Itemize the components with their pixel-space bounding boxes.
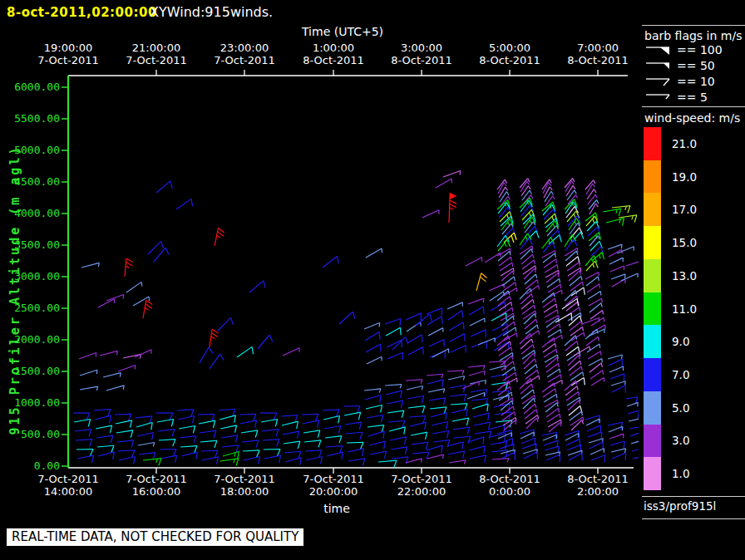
- wind-barb: [501, 356, 513, 366]
- y-axis-tick-label: 5500.00: [12, 112, 60, 125]
- wind-barb: [156, 181, 172, 193]
- wind-barb: [283, 431, 299, 439]
- wind-barb: [96, 435, 113, 443]
- legend-label: == 50: [677, 59, 715, 72]
- y-axis-tick-label: 2500.00: [12, 302, 60, 314]
- wind-barb: [436, 179, 451, 188]
- wind-barb: [302, 414, 318, 420]
- wind-barb: [612, 386, 625, 393]
- wind-barb: [448, 451, 465, 459]
- wind-barb: [106, 294, 124, 301]
- wind-barb: [343, 406, 360, 413]
- wind-barb: [443, 170, 461, 177]
- wind-barb: [243, 450, 259, 457]
- wind-barb: [450, 395, 466, 402]
- wind-barb: [406, 380, 422, 384]
- wind-barb: [589, 298, 602, 306]
- colorbar-swatch: [644, 160, 661, 194]
- wind-barb: [450, 334, 465, 341]
- wind-barb: [427, 374, 443, 378]
- wind-barb: [451, 346, 466, 353]
- wind-barb: [629, 419, 640, 423]
- colorbar-swatch: [644, 226, 661, 259]
- y-axis-tick-label: 0.00: [12, 459, 60, 472]
- wind-barb: [448, 311, 463, 320]
- wind-barb: [378, 460, 397, 467]
- wind-barb: [590, 449, 604, 454]
- wind-barb: [387, 352, 402, 360]
- wind-barb: [348, 449, 364, 456]
- wind-barb: [565, 251, 578, 261]
- wind-barb: [626, 260, 644, 266]
- wind-barb: [390, 437, 407, 445]
- colorbar-label: 13.0: [672, 269, 697, 282]
- wind-barb: [546, 273, 559, 282]
- wind-barb: [407, 386, 422, 391]
- plot-title: XYWind:915winds.: [150, 4, 273, 20]
- wind-barb: [325, 436, 342, 444]
- colorbar-entry: 19.0: [644, 160, 743, 194]
- wind-barb: [368, 431, 384, 439]
- wind-barb: [386, 327, 401, 336]
- wind-barb: [367, 415, 383, 423]
- wind-barb: [198, 415, 215, 421]
- wind-barb: [590, 204, 598, 214]
- wind-barb: [521, 254, 534, 264]
- wind-barb: [220, 425, 237, 433]
- wind-barb: [407, 335, 422, 343]
- wind-barb: [447, 302, 462, 309]
- colorbar-label: 3.0: [672, 434, 689, 447]
- wind-barb: [542, 338, 555, 347]
- wind-barb: [223, 451, 239, 459]
- bottom-axis-tick-label: 8-Oct-20110:00:00: [464, 473, 555, 498]
- wind-barb: [116, 420, 132, 428]
- wind-barb: [569, 361, 581, 371]
- half-barb-5-icon: [644, 90, 673, 104]
- wind-barb: [521, 238, 532, 249]
- wind-barb: [492, 459, 509, 463]
- y-axis-tick-label: 3500.00: [12, 238, 60, 251]
- wind-barb: [545, 357, 558, 367]
- colorbar-entry: 13.0: [644, 259, 743, 292]
- wind-barb: [427, 317, 442, 325]
- wind-barb: [627, 402, 638, 406]
- colorbar-label: 21.0: [672, 137, 697, 150]
- wind-barb: [427, 380, 443, 387]
- bottom-axis-tick-label: 7-Oct-201114:00:00: [22, 473, 114, 498]
- wind-barb: [364, 389, 381, 393]
- wind-barb: [200, 430, 216, 438]
- wind-barb: [370, 451, 387, 459]
- wind-barb: [590, 371, 604, 379]
- bottom-axis-tick-label: 7-Oct-201118:00:00: [199, 473, 290, 498]
- wind-barb: [323, 410, 339, 416]
- wind-barb: [136, 422, 152, 430]
- flag-100-icon: [644, 42, 673, 56]
- colorbar-label: 5.0: [672, 401, 689, 415]
- wind-barb: [106, 386, 124, 391]
- wind-barb: [123, 354, 141, 358]
- wind-barb: [606, 219, 624, 226]
- wind-barb: [453, 427, 470, 435]
- wind-barb: [158, 430, 175, 437]
- wind-barb: [587, 284, 600, 292]
- y-axis-tick-label: 2000.00: [12, 333, 60, 346]
- wind-barb: [118, 365, 136, 371]
- wind-barb: [452, 418, 469, 425]
- bottom-axis-tick-label: 8-Oct-20112:00:00: [552, 473, 644, 498]
- wind-barb: [389, 427, 405, 435]
- wind-barb: [264, 455, 281, 463]
- colorbar-entry: 3.0: [644, 425, 743, 458]
- wind-barb: [97, 445, 114, 452]
- wind-barb: [590, 310, 604, 319]
- colorbar-title: wind-speed: m/s: [644, 111, 740, 125]
- wind-barb: [427, 454, 443, 459]
- wind-barb: [569, 271, 581, 281]
- wind-barb: [305, 450, 322, 457]
- wind-barb: [587, 344, 600, 352]
- wind-barb: [631, 440, 642, 445]
- wind-barb: [429, 340, 444, 347]
- wind-barb: [447, 442, 463, 449]
- top-axis-tick-label: 21:00:007-Oct-2011: [111, 42, 202, 66]
- wind-barb: [160, 455, 177, 463]
- wind-barb: [609, 249, 622, 257]
